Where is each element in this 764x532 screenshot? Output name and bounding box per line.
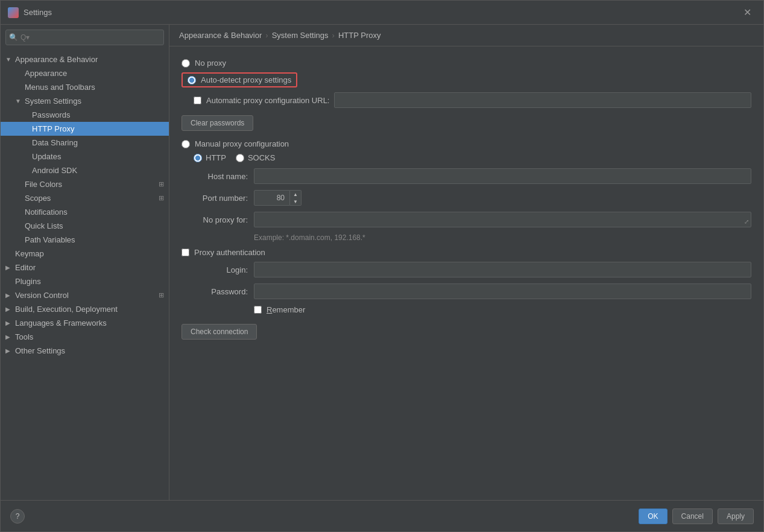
sidebar-item-updates[interactable]: Updates: [1, 150, 169, 163]
app-icon: [8, 7, 19, 18]
ok-button[interactable]: OK: [639, 508, 667, 524]
sidebar-item-quick-lists[interactable]: Quick Lists: [1, 219, 169, 233]
bottom-bar-right: OK Cancel Apply: [639, 508, 754, 524]
sidebar-item-label: Updates: [32, 152, 164, 161]
sidebar-item-keymap[interactable]: Keymap: [1, 247, 169, 261]
check-connection-section: Check connection: [182, 324, 751, 340]
sidebar-item-http-proxy[interactable]: HTTP Proxy: [1, 122, 169, 136]
no-proxy-label[interactable]: No proxy: [195, 59, 226, 68]
breadcrumb: Appearance & Behavior › System Settings …: [169, 25, 763, 46]
login-input[interactable]: [254, 262, 751, 277]
port-up-button[interactable]: ▲: [290, 191, 301, 198]
sidebar-item-menus-toolbars[interactable]: Menus and Toolbars: [1, 80, 169, 94]
sidebar-item-languages-frameworks[interactable]: ▶ Languages & Frameworks: [1, 316, 169, 330]
auto-proxy-url-checkbox[interactable]: [194, 97, 201, 104]
no-proxy-radio[interactable]: [182, 59, 190, 68]
remember-label[interactable]: Remember: [267, 305, 305, 314]
sidebar-item-label: Scopes: [25, 194, 159, 203]
sidebar-item-label: Quick Lists: [25, 221, 164, 230]
apply-button[interactable]: Apply: [718, 508, 754, 524]
sidebar-item-editor[interactable]: ▶ Editor: [1, 261, 169, 274]
sidebar-item-label: Menus and Toolbars: [25, 83, 164, 92]
search-box: 🔍: [5, 30, 164, 45]
close-button[interactable]: ✕: [739, 4, 756, 21]
auto-detect-row: Auto-detect proxy settings: [182, 72, 751, 87]
sidebar-item-label: Appearance & Behavior: [15, 55, 164, 64]
sidebar-item-scopes[interactable]: Scopes ⊞: [1, 191, 169, 205]
sidebar-item-android-sdk[interactable]: Android SDK: [1, 163, 169, 177]
cancel-button[interactable]: Cancel: [672, 508, 713, 524]
protocol-row: HTTP SOCKS: [194, 153, 751, 162]
auto-proxy-url-label[interactable]: Automatic proxy configuration URL:: [206, 96, 329, 105]
expand-arrow: ▼: [5, 56, 13, 63]
sidebar-item-data-sharing[interactable]: Data Sharing: [1, 136, 169, 150]
auto-detect-radio[interactable]: [188, 76, 196, 84]
expand-arrow: ▶: [5, 334, 13, 340]
proxy-auth-label[interactable]: Proxy authentication: [194, 248, 265, 257]
sidebar-item-label: Android SDK: [32, 166, 164, 175]
auto-proxy-url-input[interactable]: [334, 92, 751, 108]
no-proxy-for-label: No proxy for:: [182, 215, 248, 224]
sidebar-item-other-settings[interactable]: ▶ Other Settings: [1, 344, 169, 358]
clear-passwords-section: Clear passwords: [182, 115, 751, 131]
auto-detect-label[interactable]: Auto-detect proxy settings: [201, 75, 291, 84]
no-proxy-row: No proxy: [182, 59, 751, 68]
proxy-auth-checkbox[interactable]: [182, 249, 189, 256]
search-icon: 🔍: [9, 33, 18, 42]
sidebar-item-appearance[interactable]: Appearance: [1, 66, 169, 80]
expand-arrow: ▶: [5, 292, 13, 299]
sidebar-tree: ▼ Appearance & Behavior Appearance Menus…: [1, 50, 169, 500]
socks-label[interactable]: SOCKS: [248, 153, 276, 162]
remember-row: Remember: [254, 305, 751, 314]
socks-radio[interactable]: [236, 154, 244, 162]
bottom-bar-left: ?: [10, 509, 639, 524]
port-input[interactable]: [254, 190, 290, 206]
sidebar-item-path-variables[interactable]: Path Variables: [1, 233, 169, 247]
sidebar-item-notifications[interactable]: Notifications: [1, 205, 169, 219]
settings-icon: ⊞: [159, 194, 164, 202]
sidebar-item-label: Passwords: [32, 110, 164, 119]
sidebar-item-system-settings[interactable]: ▼ System Settings: [1, 94, 169, 108]
expand-arrow: ▼: [15, 98, 22, 104]
search-input[interactable]: [5, 30, 164, 45]
sidebar-item-file-colors[interactable]: File Colors ⊞: [1, 177, 169, 191]
help-button[interactable]: ?: [10, 509, 25, 524]
port-down-button[interactable]: ▼: [290, 198, 301, 205]
sidebar-item-label: Keymap: [15, 249, 164, 258]
sidebar-item-appearance-behavior[interactable]: ▼ Appearance & Behavior: [1, 52, 169, 66]
sidebar-item-label: Appearance: [25, 69, 164, 78]
sidebar-item-build-execution[interactable]: ▶ Build, Execution, Deployment: [1, 302, 169, 316]
hostname-row: Host name:: [182, 168, 751, 184]
password-row: Password:: [182, 283, 751, 299]
check-connection-button[interactable]: Check connection: [182, 324, 257, 340]
breadcrumb-sep-1: ›: [265, 31, 268, 40]
sidebar-item-label: Version Control: [15, 291, 159, 300]
http-radio[interactable]: [194, 154, 202, 162]
sidebar-item-version-control[interactable]: ▶ Version Control ⊞: [1, 288, 169, 302]
sidebar-item-label: Notifications: [25, 207, 164, 217]
proxy-auth-row: Proxy authentication: [182, 248, 751, 257]
http-label[interactable]: HTTP: [206, 153, 226, 162]
remember-checkbox[interactable]: [254, 306, 262, 314]
clear-passwords-button[interactable]: Clear passwords: [182, 115, 253, 131]
expand-arrow: ▶: [5, 306, 13, 312]
sidebar-item-label: HTTP Proxy: [32, 124, 164, 133]
hostname-input[interactable]: [254, 168, 751, 184]
no-proxy-for-input[interactable]: [254, 212, 751, 227]
breadcrumb-item-3: HTTP Proxy: [338, 31, 381, 40]
sidebar-item-plugins[interactable]: Plugins: [1, 274, 169, 288]
manual-proxy-radio[interactable]: [182, 140, 190, 148]
socks-option: SOCKS: [236, 153, 276, 162]
expand-icon: ⤢: [744, 218, 749, 225]
manual-proxy-label[interactable]: Manual proxy configuration: [195, 139, 289, 148]
window-title: Settings: [24, 8, 739, 17]
breadcrumb-item-2: System Settings: [272, 31, 329, 40]
sidebar-item-passwords[interactable]: Passwords: [1, 108, 169, 122]
port-spinners: ▲ ▼: [290, 190, 301, 206]
sidebar-item-tools[interactable]: ▶ Tools: [1, 330, 169, 344]
main-panel: Appearance & Behavior › System Settings …: [169, 25, 763, 500]
sidebar-item-label: Editor: [15, 263, 164, 272]
settings-icon: ⊞: [159, 180, 164, 188]
password-input[interactable]: [254, 283, 751, 299]
hostname-label: Host name:: [182, 172, 248, 181]
